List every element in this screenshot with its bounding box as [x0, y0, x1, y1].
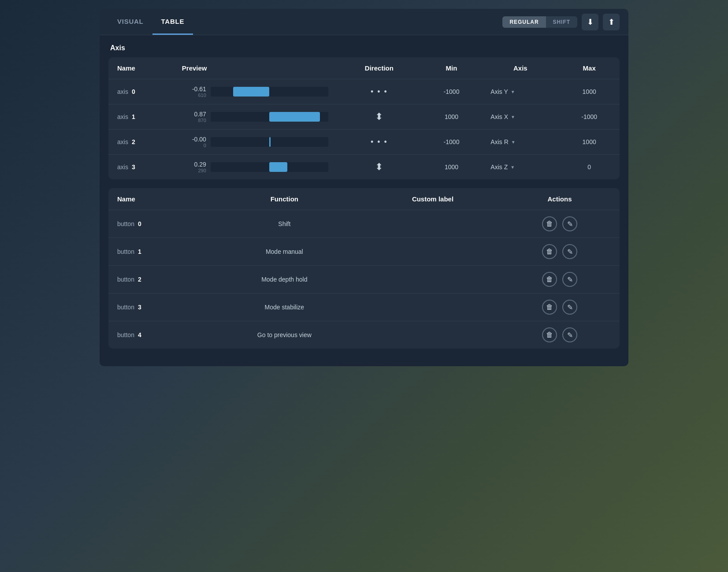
delete-button-4[interactable]: 🗑: [542, 327, 557, 342]
toggle-regular[interactable]: REGULAR: [502, 16, 546, 28]
axis-row: axis 0 -0.61 610 • • • -1000 Axis Y ▼: [108, 79, 620, 104]
edit-icon: ✎: [567, 331, 573, 339]
btn-cell-name: button 1: [108, 238, 203, 266]
tab-table[interactable]: TABLE: [152, 9, 193, 35]
axis-cell-min: -1000: [421, 79, 482, 104]
trash-icon: 🗑: [546, 331, 553, 339]
axis-cell-name: axis 2: [108, 130, 173, 155]
axis-row: axis 3 0.29 290 ⬍ 1000 Axis Z ▼: [108, 155, 620, 180]
axis-cell-direction[interactable]: • • •: [337, 79, 421, 104]
trash-icon: 🗑: [546, 303, 553, 311]
axis-cell-axis[interactable]: Axis Z ▼: [482, 155, 559, 180]
btn-cell-actions: 🗑 ✎: [500, 266, 620, 293]
axis-section-title: Axis: [108, 44, 620, 52]
btn-cell-name: button 4: [108, 321, 203, 349]
axis-cell-direction[interactable]: ⬍: [337, 155, 421, 180]
button-table: Name Function Custom label Actions butto…: [108, 188, 620, 349]
button-table-card: Name Function Custom label Actions butto…: [108, 188, 620, 349]
axis-col-min: Min: [421, 57, 482, 79]
trash-icon: 🗑: [546, 220, 553, 228]
axis-cell-axis[interactable]: Axis Y ▼: [482, 79, 559, 104]
axis-row: axis 2 -0.00 0 • • • -1000 Axis R ▼: [108, 130, 620, 155]
edit-icon: ✎: [567, 303, 573, 312]
button-row: button 2 Mode depth hold 🗑 ✎: [108, 266, 620, 293]
btn-cell-custom-label: [366, 321, 500, 349]
button-row: button 4 Go to previous view 🗑 ✎: [108, 321, 620, 349]
edit-icon: ✎: [567, 248, 573, 256]
button-row: button 3 Mode stabilize 🗑 ✎: [108, 293, 620, 321]
axis-cell-min: -1000: [421, 130, 482, 155]
axis-cell-max: 1000: [559, 130, 620, 155]
button-row: button 0 Shift 🗑 ✎: [108, 210, 620, 238]
btn-cell-name: button 0: [108, 210, 203, 238]
axis-cell-min: 1000: [421, 155, 482, 180]
btn-col-actions: Actions: [500, 188, 620, 210]
axis-dropdown-arrow: ▼: [511, 89, 515, 94]
edit-button-1[interactable]: ✎: [562, 244, 577, 259]
edit-button-4[interactable]: ✎: [562, 327, 577, 342]
btn-cell-actions: 🗑 ✎: [500, 210, 620, 238]
btn-cell-name: button 3: [108, 293, 203, 321]
axis-dropdown-arrow: ▼: [511, 115, 515, 119]
button-row: button 1 Mode manual 🗑 ✎: [108, 238, 620, 266]
upload-button[interactable]: ⬆: [603, 14, 620, 30]
tab-controls: REGULAR SHIFT ⬇ ⬆: [502, 14, 620, 30]
delete-button-1[interactable]: 🗑: [542, 244, 557, 259]
btn-col-name: Name: [108, 188, 203, 210]
edit-button-3[interactable]: ✎: [562, 300, 577, 315]
axis-row: axis 1 0.87 870 ⬍ 1000 Axis X ▼: [108, 104, 620, 130]
mode-toggle-group: REGULAR SHIFT: [502, 16, 577, 28]
edit-icon: ✎: [567, 220, 573, 228]
delete-button-3[interactable]: 🗑: [542, 300, 557, 315]
delete-button-0[interactable]: 🗑: [542, 216, 557, 231]
axis-col-preview: Preview: [173, 57, 337, 79]
btn-cell-function: Shift: [203, 210, 366, 238]
axis-cell-preview: -0.61 610: [173, 79, 337, 104]
axis-col-axis: Axis: [482, 57, 559, 79]
axis-cell-max: -1000: [559, 104, 620, 130]
btn-cell-function: Mode depth hold: [203, 266, 366, 293]
tab-bar: VISUAL TABLE REGULAR SHIFT ⬇ ⬆: [100, 9, 628, 35]
axis-cell-direction[interactable]: ⬍: [337, 104, 421, 130]
axis-cell-name: axis 1: [108, 104, 173, 130]
btn-cell-custom-label: [366, 210, 500, 238]
toggle-shift[interactable]: SHIFT: [546, 16, 577, 28]
edit-icon: ✎: [567, 275, 573, 284]
btn-col-custom-label: Custom label: [366, 188, 500, 210]
axis-cell-direction[interactable]: • • •: [337, 130, 421, 155]
delete-button-2[interactable]: 🗑: [542, 272, 557, 287]
main-container: VISUAL TABLE REGULAR SHIFT ⬇ ⬆ Axis Name: [100, 9, 628, 366]
upload-icon: ⬆: [608, 17, 615, 27]
axis-cell-preview: 0.29 290: [173, 155, 337, 180]
tab-list: VISUAL TABLE: [108, 9, 193, 35]
btn-cell-actions: 🗑 ✎: [500, 293, 620, 321]
btn-cell-custom-label: [366, 238, 500, 266]
btn-cell-function: Mode manual: [203, 238, 366, 266]
axis-cell-preview: 0.87 870: [173, 104, 337, 130]
axis-cell-axis[interactable]: Axis R ▼: [482, 130, 559, 155]
axis-cell-axis[interactable]: Axis X ▼: [482, 104, 559, 130]
trash-icon: 🗑: [546, 248, 553, 256]
tab-visual[interactable]: VISUAL: [108, 9, 152, 35]
download-button[interactable]: ⬇: [582, 14, 598, 30]
axis-table-card: Name Preview Direction Min Axis Max axis…: [108, 57, 620, 179]
axis-col-name: Name: [108, 57, 173, 79]
axis-col-max: Max: [559, 57, 620, 79]
axis-cell-max: 1000: [559, 79, 620, 104]
axis-cell-max: 0: [559, 155, 620, 180]
axis-dropdown-arrow: ▼: [510, 165, 515, 170]
axis-dropdown-arrow: ▼: [511, 140, 516, 145]
edit-button-2[interactable]: ✎: [562, 272, 577, 287]
btn-cell-custom-label: [366, 293, 500, 321]
btn-cell-actions: 🗑 ✎: [500, 238, 620, 266]
main-content: Axis Name Preview Direction Min Axis Max: [100, 35, 628, 366]
axis-cell-min: 1000: [421, 104, 482, 130]
btn-cell-custom-label: [366, 266, 500, 293]
axis-cell-preview: -0.00 0: [173, 130, 337, 155]
axis-cell-name: axis 0: [108, 79, 173, 104]
btn-cell-function: Go to previous view: [203, 321, 366, 349]
axis-cell-name: axis 3: [108, 155, 173, 180]
edit-button-0[interactable]: ✎: [562, 216, 577, 231]
axis-col-direction: Direction: [337, 57, 421, 79]
axis-table: Name Preview Direction Min Axis Max axis…: [108, 57, 620, 179]
